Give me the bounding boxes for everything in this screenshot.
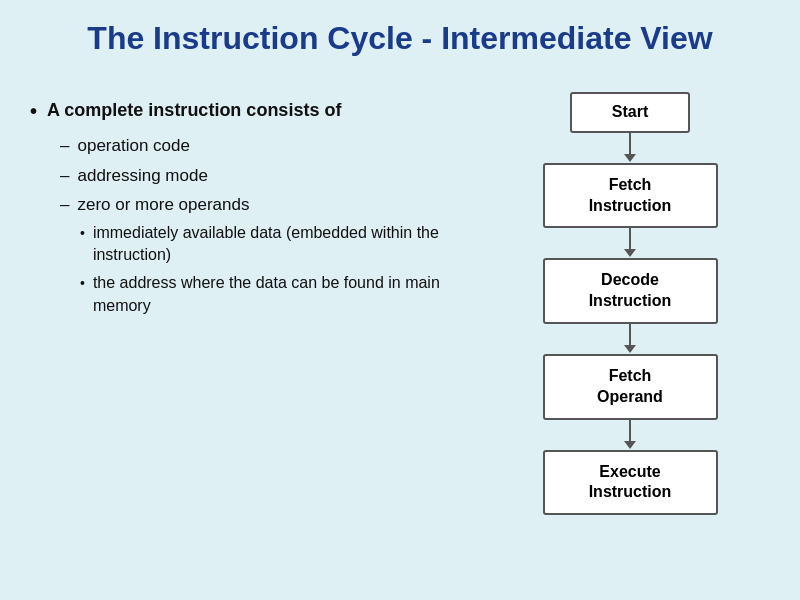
flowchart-execute-instruction: ExecuteInstruction	[543, 450, 718, 516]
list-item: – zero or more operands	[60, 192, 490, 218]
fetch-operand-label: FetchOperand	[597, 367, 663, 405]
content-area: • A complete instruction consists of – o…	[30, 87, 770, 515]
main-bullet-text: A complete instruction consists of	[47, 97, 341, 124]
dash-icon: –	[60, 192, 69, 218]
decode-instruction-label: DecodeInstruction	[589, 271, 672, 309]
arrow-1	[629, 133, 631, 155]
sub-item-text: operation code	[77, 133, 189, 159]
sub-item-text: addressing mode	[77, 163, 207, 189]
page-title: The Instruction Cycle - Intermediate Vie…	[30, 20, 770, 57]
bullet-icon: •	[80, 222, 85, 244]
bullet-dot: •	[30, 97, 37, 125]
sub-item-text: zero or more operands	[77, 192, 249, 218]
slide: The Instruction Cycle - Intermediate Vie…	[0, 0, 800, 600]
sub-sub-item-text: immediately available data (embedded wit…	[93, 222, 490, 267]
execute-instruction-label: ExecuteInstruction	[589, 463, 672, 501]
list-item: – addressing mode	[60, 163, 490, 189]
list-item: – operation code	[60, 133, 490, 159]
sub-sub-item-text: the address where the data can be found …	[93, 272, 490, 317]
sub-list: – operation code – addressing mode – zer…	[60, 133, 490, 317]
dash-icon: –	[60, 163, 69, 189]
flowchart: Start FetchInstruction DecodeInstruction…	[490, 87, 770, 515]
dash-icon: –	[60, 133, 69, 159]
arrow-4	[629, 420, 631, 442]
flowchart-decode-instruction: DecodeInstruction	[543, 258, 718, 324]
start-label: Start	[612, 103, 648, 120]
main-bullet: • A complete instruction consists of	[30, 97, 490, 125]
arrow-2	[629, 228, 631, 250]
list-item: • the address where the data can be foun…	[80, 272, 490, 317]
bullet-icon: •	[80, 272, 85, 294]
arrow-3	[629, 324, 631, 346]
flowchart-fetch-operand: FetchOperand	[543, 354, 718, 420]
sub-sub-list: • immediately available data (embedded w…	[80, 222, 490, 318]
list-item: • immediately available data (embedded w…	[80, 222, 490, 267]
flowchart-fetch-instruction: FetchInstruction	[543, 163, 718, 229]
flowchart-start: Start	[570, 92, 690, 133]
fetch-instruction-label: FetchInstruction	[589, 176, 672, 214]
left-panel: • A complete instruction consists of – o…	[30, 87, 490, 323]
